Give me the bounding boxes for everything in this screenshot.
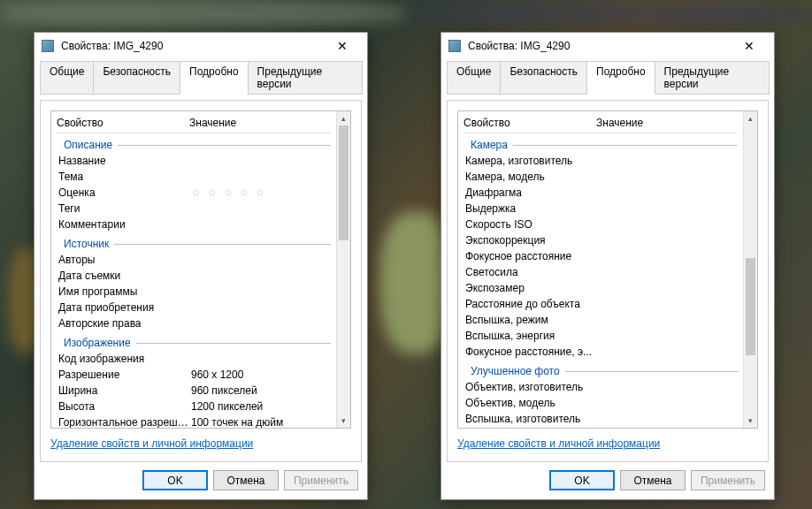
property-row[interactable]: Диафрагма: [463, 185, 738, 201]
tab-security[interactable]: Безопасность: [93, 61, 180, 95]
property-value[interactable]: [598, 412, 738, 426]
column-property[interactable]: Свойство: [463, 117, 596, 129]
property-value[interactable]: 100 точек на дюйм: [191, 415, 331, 428]
property-row[interactable]: Вспышка, энергия: [463, 328, 738, 344]
property-value[interactable]: [598, 233, 738, 247]
property-row[interactable]: Оценка☆ ☆ ☆ ☆ ☆: [57, 185, 331, 201]
property-value[interactable]: [191, 154, 331, 168]
property-value[interactable]: 960 пикселей: [191, 384, 331, 398]
scroll-thumb[interactable]: [746, 258, 755, 355]
property-row[interactable]: Дата приобретения: [57, 300, 331, 315]
property-row[interactable]: Вспышка, режим: [463, 312, 738, 328]
apply-button: Применить: [284, 470, 358, 490]
property-name: Фокусное расстояние: [465, 249, 598, 263]
group-header: Описание: [64, 139, 331, 151]
property-row[interactable]: Камера, модель: [463, 169, 738, 185]
close-button[interactable]: ✕: [732, 39, 767, 53]
property-row[interactable]: Разрешение960 x 1200: [57, 367, 331, 383]
details-panel: Свойство Значение КамераКамера, изготови…: [447, 100, 769, 462]
titlebar[interactable]: Свойства: IMG_4290 ✕: [34, 33, 367, 59]
ok-button[interactable]: OK: [142, 470, 208, 490]
property-value[interactable]: 1200 пикселей: [191, 399, 331, 414]
scrollbar[interactable]: ▴ ▾: [743, 111, 757, 428]
tab-details[interactable]: Подробно: [586, 61, 655, 95]
property-value[interactable]: ☆ ☆ ☆ ☆ ☆: [191, 186, 331, 200]
property-value[interactable]: [598, 170, 738, 184]
column-value[interactable]: Значение: [189, 117, 331, 129]
property-row[interactable]: Вспышка, изготовитель: [463, 411, 738, 427]
property-value[interactable]: [191, 300, 331, 315]
property-value[interactable]: [598, 217, 738, 232]
property-row[interactable]: Светосила: [463, 264, 738, 280]
property-value[interactable]: [191, 285, 331, 299]
property-row[interactable]: Объектив, модель: [463, 395, 738, 411]
property-value[interactable]: [598, 345, 738, 359]
property-row[interactable]: Тема: [57, 169, 331, 185]
scroll-thumb[interactable]: [339, 125, 349, 240]
property-value[interactable]: [598, 329, 738, 343]
close-button[interactable]: ✕: [325, 39, 360, 53]
scroll-down-icon[interactable]: ▾: [744, 414, 757, 428]
property-value[interactable]: [191, 170, 331, 184]
property-value[interactable]: [598, 265, 738, 279]
property-value[interactable]: 960 x 1200: [191, 368, 331, 382]
property-row[interactable]: Ширина960 пикселей: [57, 383, 331, 399]
scrollbar[interactable]: ▴ ▾: [336, 111, 350, 428]
column-value[interactable]: Значение: [596, 117, 738, 129]
property-row[interactable]: Скорость ISO: [463, 217, 738, 232]
property-row[interactable]: Экспозамер: [463, 280, 738, 296]
property-row[interactable]: Авторы: [57, 252, 331, 268]
property-value[interactable]: [598, 380, 738, 394]
property-row[interactable]: Код изображения: [57, 351, 331, 367]
ok-button[interactable]: OK: [549, 470, 615, 490]
property-row[interactable]: Название: [57, 153, 331, 169]
property-row[interactable]: Расстояние до объекта: [463, 296, 738, 312]
property-value[interactable]: [598, 249, 738, 263]
tab-security[interactable]: Безопасность: [500, 61, 587, 95]
titlebar[interactable]: Свойства: IMG_4290 ✕: [441, 33, 774, 59]
property-row[interactable]: Объектив, изготовитель: [463, 379, 738, 395]
property-value[interactable]: [598, 186, 738, 200]
remove-properties-link[interactable]: Удаление свойств и личной информации: [50, 437, 253, 450]
property-row[interactable]: Фокусное расстояние, э...: [463, 344, 738, 360]
rating-stars-icon[interactable]: ☆ ☆ ☆ ☆ ☆: [191, 186, 267, 199]
tab-previous-versions[interactable]: Предыдущие версии: [655, 61, 770, 95]
property-value[interactable]: [191, 269, 331, 283]
property-value[interactable]: [598, 201, 738, 216]
property-value[interactable]: [191, 217, 331, 232]
property-row[interactable]: Выдержка: [463, 201, 738, 217]
property-value[interactable]: [598, 281, 738, 295]
property-row[interactable]: Экспокоррекция: [463, 232, 738, 248]
tab-general[interactable]: Общие: [40, 61, 94, 95]
property-row[interactable]: Дата съемки: [57, 268, 331, 284]
property-value[interactable]: [598, 297, 738, 311]
property-row[interactable]: Высота1200 пикселей: [57, 399, 331, 414]
property-row[interactable]: Имя программы: [57, 284, 331, 300]
property-value[interactable]: [191, 352, 331, 366]
property-name: Теги: [58, 201, 191, 216]
scroll-up-icon[interactable]: ▴: [744, 111, 757, 125]
property-row[interactable]: Комментарии: [57, 217, 331, 232]
property-row[interactable]: Авторские права: [57, 315, 331, 331]
remove-properties-link[interactable]: Удаление свойств и личной информации: [457, 437, 660, 450]
property-value[interactable]: [598, 313, 738, 327]
property-value[interactable]: [191, 316, 331, 330]
property-value[interactable]: [191, 201, 331, 216]
property-row[interactable]: Теги: [57, 201, 331, 217]
property-value[interactable]: [598, 154, 738, 168]
property-row[interactable]: Горизонтальное разреше…100 точек на дюйм: [57, 414, 331, 428]
cancel-button[interactable]: Отмена: [213, 470, 279, 490]
property-row[interactable]: Фокусное расстояние: [463, 248, 738, 264]
scroll-down-icon[interactable]: ▾: [337, 414, 350, 428]
properties-list[interactable]: Свойство Значение ОписаниеНазваниеТемаОц…: [50, 110, 351, 429]
tab-details[interactable]: Подробно: [180, 61, 249, 95]
property-value[interactable]: [191, 253, 331, 267]
scroll-up-icon[interactable]: ▴: [337, 111, 350, 125]
property-value[interactable]: [598, 396, 738, 410]
tab-general[interactable]: Общие: [447, 61, 501, 95]
cancel-button[interactable]: Отмена: [620, 470, 686, 490]
column-property[interactable]: Свойство: [57, 117, 189, 129]
properties-list[interactable]: Свойство Значение КамераКамера, изготови…: [457, 110, 758, 429]
tab-previous-versions[interactable]: Предыдущие версии: [248, 61, 363, 95]
property-row[interactable]: Камера, изготовитель: [463, 153, 738, 169]
